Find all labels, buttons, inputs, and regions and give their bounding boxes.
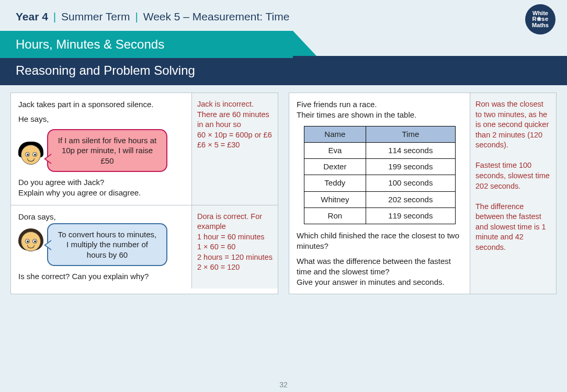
q3-prompt2: What was the difference between the fast… xyxy=(297,256,462,278)
table-row: Whitney202 seconds xyxy=(304,191,455,207)
q1-body: Jack takes part in a sponsored silence. … xyxy=(11,93,191,205)
q2-answer: Dora is correct. For example 1 hour = 60… xyxy=(191,205,278,289)
cell: Teddy xyxy=(304,175,366,191)
question-2: Dora says, To convert hours to minutes, … xyxy=(11,205,278,289)
cell: 119 seconds xyxy=(366,207,455,224)
cell: 199 seconds xyxy=(366,159,455,175)
question-3: Five friends run a race. Their times are… xyxy=(289,93,556,294)
q3-prompt1: Which child finished the race the closes… xyxy=(297,230,462,252)
column-left: Jack takes part in a sponsored silence. … xyxy=(10,93,278,294)
cell: Ron xyxy=(304,207,366,224)
table-header-row: Name Time xyxy=(304,126,455,142)
cell: 114 seconds xyxy=(366,142,455,158)
th-name: Name xyxy=(304,126,366,142)
breadcrumb: Year 4 | Summer Term | Week 5 – Measurem… xyxy=(0,0,567,31)
th-time: Time xyxy=(366,126,455,142)
q1-prompt2: Explain why you agree or disagree. xyxy=(18,188,184,198)
breadcrumb-week: Week 5 – Measurement: Time xyxy=(143,10,290,22)
race-table: Name Time Eva114 seconds Dexter199 secon… xyxy=(304,126,456,225)
q2-speech-bubble: To convert hours to minutes, I multiply … xyxy=(47,223,167,267)
column-right: Five friends run a race. Their times are… xyxy=(289,93,557,294)
content-area: Jack takes part in a sponsored silence. … xyxy=(0,85,567,294)
cell: Whitney xyxy=(304,191,366,207)
table-row: Dexter199 seconds xyxy=(304,159,455,175)
logo-line3: Maths xyxy=(532,22,549,29)
q2-speech-text: To convert hours to minutes, I multiply … xyxy=(58,230,156,259)
q3-body: Five friends run a race. Their times are… xyxy=(289,93,470,294)
q1-says: He says, xyxy=(18,114,184,124)
q1-prompt1: Do you agree with Jack? xyxy=(18,177,184,188)
section-title: Reasoning and Problem Solving xyxy=(0,56,567,85)
sep-icon: | xyxy=(135,10,138,22)
q1-answer: Jack is incorrect. There are 60 minutes … xyxy=(191,93,278,205)
page-number: 32 xyxy=(279,381,288,389)
cell: Dexter xyxy=(304,159,366,175)
breadcrumb-year: Year 4 xyxy=(16,10,48,22)
q3-intro2: Their times are shown in the table. xyxy=(297,110,462,120)
question-1: Jack takes part in a sponsored silence. … xyxy=(11,93,278,205)
brand-logo: White R❀se Maths xyxy=(525,4,555,34)
q1-intro: Jack takes part in a sponsored silence. xyxy=(18,99,184,110)
avatar-jack xyxy=(18,142,44,168)
table-row: Ron119 seconds xyxy=(304,207,455,224)
sep-icon: | xyxy=(53,10,56,22)
q2-says: Dora says, xyxy=(18,212,184,222)
cell: Eva xyxy=(304,142,366,158)
q1-speech-text: If I am silent for five hours at 10p per… xyxy=(58,136,156,165)
q3-prompt3: Give your answer in minutes and seconds. xyxy=(297,277,462,287)
avatar-dora xyxy=(18,228,44,255)
breadcrumb-term: Summer Term xyxy=(61,10,130,22)
q2-body: Dora says, To convert hours to minutes, … xyxy=(11,205,191,289)
table-row: Teddy100 seconds xyxy=(304,175,455,191)
q3-intro: Five friends run a race. xyxy=(297,99,462,110)
lesson-title: Hours, Minutes & Seconds xyxy=(0,31,293,58)
table-row: Eva114 seconds xyxy=(304,142,455,158)
cell: 202 seconds xyxy=(366,191,455,207)
cell: 100 seconds xyxy=(366,175,455,191)
q2-prompt: Is she correct? Can you explain why? xyxy=(18,271,184,282)
q1-speech-bubble: If I am silent for five hours at 10p per… xyxy=(47,129,167,172)
q3-answer: Ron was the closest to two minutes, as h… xyxy=(470,93,556,294)
